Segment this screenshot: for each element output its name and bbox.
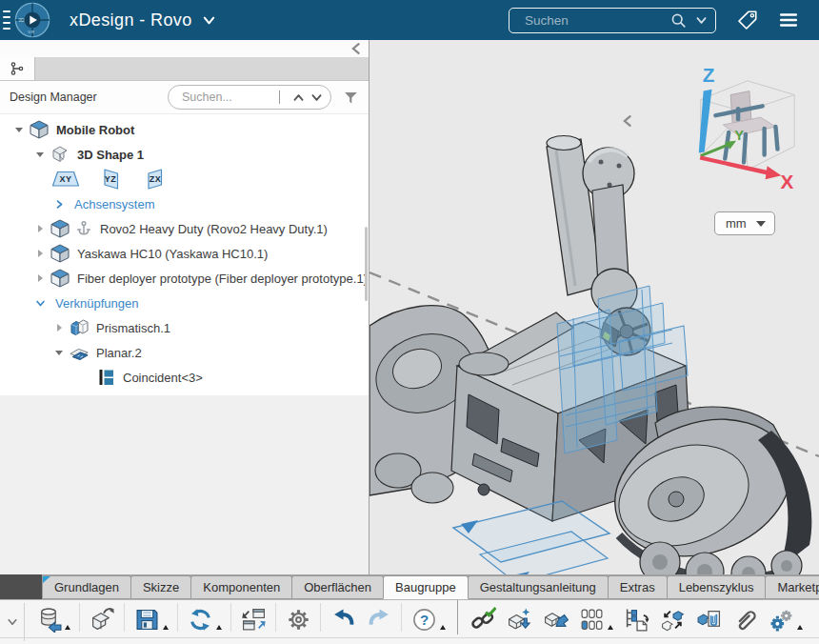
replace-component-button[interactable] (659, 605, 687, 634)
tree-item-label: Rovo2 Heavy Duty (Rovo2 Heavy Duty.1) (100, 222, 328, 236)
expand-caret[interactable] (51, 196, 67, 211)
tab-label: Skizze (143, 580, 179, 594)
settings-button[interactable] (285, 605, 312, 634)
tab-label: Gestaltungsanleitung (480, 580, 596, 594)
update-exchange-button[interactable] (240, 605, 268, 634)
tab-extras[interactable]: Extras (608, 575, 668, 599)
data-import-button[interactable] (35, 605, 71, 634)
expand-caret[interactable] (51, 320, 67, 335)
tree-item-fiber-deployer-prototype-fiber-deployer-prototype-1[interactable]: Fiber deployer prototype (Fiber deployer… (0, 266, 369, 291)
kinematics-button[interactable] (768, 605, 804, 634)
tree-item-coincident-3[interactable]: Coincident<3> (0, 365, 369, 390)
flyout-arrow[interactable] (608, 625, 613, 630)
app-title-group[interactable]: xDesign - Rovo (70, 10, 216, 30)
toolbar-collapse-button[interactable] (0, 603, 25, 641)
search-prev-chevron-icon[interactable] (292, 91, 305, 104)
new-component-button[interactable] (506, 605, 533, 634)
expand-caret[interactable] (32, 271, 48, 286)
plane-yz-icon[interactable]: YZ (96, 168, 125, 191)
search-scope-chevron-icon[interactable] (695, 14, 708, 27)
compass-menu-icon[interactable] (0, 0, 13, 40)
flyout-arrow[interactable] (216, 625, 222, 630)
units-dropdown[interactable]: mm (714, 211, 775, 235)
expand-caret[interactable] (32, 295, 48, 311)
export-3d-button[interactable] (89, 605, 116, 634)
panel-top-strip (0, 40, 369, 57)
tab-label: Oberflächen (304, 580, 371, 594)
tree-search[interactable] (168, 85, 331, 110)
tree-scrollbar-thumb[interactable] (365, 227, 368, 301)
plane-label: ZX (141, 168, 170, 191)
flyout-arrow[interactable] (797, 625, 803, 630)
tag-icon[interactable] (737, 10, 758, 30)
refresh-button[interactable] (187, 605, 223, 634)
tree-item-prismatisch-1[interactable]: Prismatisch.1 (0, 315, 369, 340)
tree-item-yaskawa-hc10-yaskawa-hc10-1[interactable]: Yaskawa HC10 (Yaskawa HC10.1) (0, 241, 369, 266)
tab-oberflächen[interactable]: Oberflächen (291, 575, 384, 599)
plane-zx-icon[interactable]: ZX (141, 168, 170, 191)
view-triad[interactable]: Y Z X (682, 67, 804, 189)
search-divider (279, 91, 280, 104)
pattern-button[interactable] (578, 605, 614, 634)
expand-caret[interactable] (11, 122, 27, 137)
tree-item-achsensystem[interactable]: Achsensystem (0, 191, 369, 216)
z-axis-arrow[interactable]: Z (699, 64, 715, 153)
tree-search-input[interactable] (180, 90, 272, 105)
tab-skizze[interactable]: Skizze (130, 575, 191, 599)
panel-collapse-chevron-icon[interactable] (350, 42, 363, 55)
plane-xy-icon[interactable]: XY (51, 168, 80, 191)
global-search-input[interactable] (523, 12, 670, 29)
settings-icon (286, 607, 311, 633)
expand-caret[interactable] (32, 246, 48, 261)
tree-item-label: Prismatisch.1 (96, 321, 170, 335)
tab-label: Marketplace (777, 580, 819, 594)
tree-item-rovo2-heavy-duty-rovo2-heavy-duty-1[interactable]: Rovo2 Heavy Duty (Rovo2 Heavy Duty.1) (0, 216, 369, 241)
ribbon-tab-bar: GrundlagenSkizzeKomponentenOberflächenBa… (0, 574, 819, 599)
help-icon (411, 607, 437, 633)
search-icon[interactable] (670, 12, 687, 29)
tab-lebenszyklus[interactable]: Lebenszyklus (667, 575, 767, 599)
viewport-panel-collapse-button[interactable] (619, 112, 636, 131)
xdesign-app-window: 3D V.R xDesign - Rovo (0, 0, 819, 644)
paperclip-button[interactable] (731, 605, 759, 634)
3dexperience-compass-logo[interactable]: 3D V.R (14, 2, 50, 38)
chevron-down-icon (7, 616, 18, 628)
help-button[interactable] (410, 605, 447, 634)
tab-baugruppe[interactable]: Baugruppe (383, 575, 469, 599)
y-axis-arrow[interactable]: Y (701, 128, 744, 156)
tab-label: Grundlagen (54, 580, 119, 594)
link-check-button[interactable] (469, 605, 497, 634)
flyout-arrow[interactable] (65, 625, 70, 630)
flyout-arrow[interactable] (163, 625, 169, 630)
undo-button[interactable] (330, 605, 357, 634)
tab-komponenten[interactable]: Komponenten (190, 575, 292, 599)
tree-item-3d-shape-1[interactable]: 3D Shape 1 (0, 142, 369, 167)
save-button[interactable] (133, 605, 170, 634)
insert-component-button[interactable] (542, 605, 569, 634)
tree-planes-row[interactable]: XYYZZX (0, 167, 369, 191)
tree-item-planar-2[interactable]: Planar.2 (0, 340, 369, 365)
tab-grundlagen[interactable]: Grundlagen (42, 575, 131, 599)
panel-title: Design Manager (10, 91, 97, 104)
expand-caret[interactable] (51, 345, 67, 360)
flyout-arrow[interactable] (440, 625, 446, 630)
filter-icon[interactable] (343, 90, 359, 106)
global-search[interactable] (509, 8, 716, 33)
expand-caret[interactable] (32, 221, 48, 236)
3d-viewport[interactable]: Y Z X mm (370, 40, 819, 574)
tab-marketplace[interactable]: Marketplace (765, 575, 819, 599)
tree-item-mobile-robot[interactable]: Mobile Robot (0, 117, 369, 142)
expand-caret[interactable] (32, 147, 48, 162)
publish-component-button[interactable] (695, 605, 723, 634)
derive-structure-button[interactable] (623, 605, 650, 634)
redo-button[interactable] (366, 605, 393, 634)
refresh-icon (188, 607, 213, 633)
app-switcher-chevron-icon[interactable] (202, 13, 216, 28)
search-next-chevron-icon[interactable] (310, 91, 323, 104)
assembly-icon (50, 268, 70, 289)
shape3d-icon (50, 144, 70, 165)
menu-icon[interactable] (778, 10, 799, 30)
tree-view-tab[interactable] (0, 57, 35, 80)
tab-gestaltungsanleitung[interactable]: Gestaltungsanleitung (468, 575, 609, 599)
tree-item-verkn-pfungen[interactable]: Verknüpfungen (0, 291, 369, 315)
